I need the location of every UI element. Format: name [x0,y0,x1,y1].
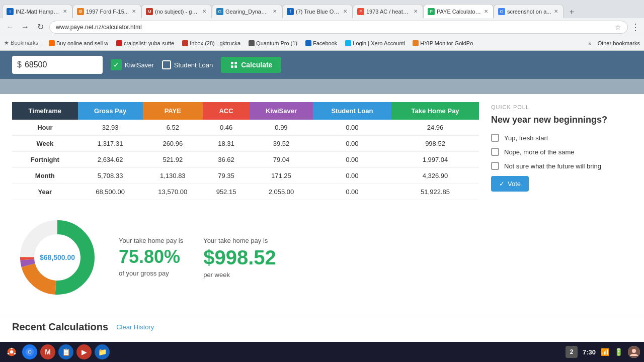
svg-point-12 [14,353,16,354]
poll-option-3[interactable]: Not sure what the future will bring [491,162,632,170]
tab-label-gmail: (no subject) - gk... [155,9,199,15]
new-tab-button[interactable]: + [566,6,578,18]
clear-history-link[interactable]: Clear History [116,323,154,331]
taskbar-folder-icon[interactable]: 📁 [95,344,110,359]
tab-label-gearing: Gearing_Dynami... [225,9,270,15]
tab-close-1973ac[interactable]: ✕ [413,9,419,14]
poll-option-1[interactable]: Yup, fresh start [491,134,632,142]
other-bookmarks-button[interactable]: Other bookmarks [598,40,640,46]
bookmark-xero[interactable]: Login | Xero Accounti [342,39,408,47]
back-button[interactable]: ← [4,21,16,33]
cell-grosspay: 5,708.33 [78,168,143,184]
files-icon: 📋 [62,348,70,356]
table-row: Year 68,500.00 13,570.00 952.15 2,055.00… [12,184,479,200]
bookmark-facebook[interactable]: Facebook [302,39,340,47]
poll-checkbox-3[interactable] [491,162,499,170]
cell-paye: 13,570.00 [143,184,203,200]
recent-header: Recent Calculations Clear History [12,321,632,333]
take-home-label-2: Your take home pay is [203,237,276,244]
taskbar-os-icon[interactable] [4,344,19,359]
results-table: Timeframe Gross Pay PAYE ACC KiwiSaver S… [12,102,479,200]
tab-paye[interactable]: P PAYE Calculator... ✕ [423,4,494,18]
donut-center-label: $68,500.00 [40,253,75,261]
tab-favicon-inz: I [7,8,14,15]
student-loan-label: Student Loan [174,61,213,69]
svg-rect-2 [231,65,233,68]
bookmark-hyip[interactable]: HYIP Monitor GoldPo [410,39,475,47]
bookmark-icon-hyip [413,40,419,46]
student-loan-toggle[interactable]: Student Loan [162,60,213,69]
bookmark-buy-online[interactable]: Buy online and sell w [46,39,111,47]
reload-button[interactable]: ↻ [34,21,46,33]
kiwisaver-toggle[interactable]: ✓ KiwiSaver [111,59,154,70]
tab-label-ford: 1997 Ford F-15... [86,9,129,15]
cell-grosspay: 2,634.62 [78,152,143,168]
calculator-header: $ ✓ KiwiSaver Student Loan Calculate [0,51,644,79]
svg-point-11 [11,348,12,349]
poll-option-2[interactable]: Nope, more of the same [491,148,632,156]
bookmark-inbox[interactable]: Inbox (28) - gktrucka [179,39,244,47]
network-icon: 📶 [601,348,609,356]
menu-button[interactable]: ⋮ [631,22,640,33]
tab-gearing[interactable]: G Gearing_Dynami... ✕ [212,4,282,18]
cell-takehome: 1,997.04 [391,152,479,168]
tab-close-gmail[interactable]: ✕ [201,9,207,14]
taskbar-files-icon[interactable]: 📋 [58,344,73,359]
tab-screenshot[interactable]: G screenshot on a... ✕ [494,4,564,18]
tab-close-screenshot[interactable]: ✕ [553,9,559,14]
cell-takehome: 51,922.85 [391,184,479,200]
battery-icon: 🔋 [614,348,623,356]
tab-gmail[interactable]: M (no subject) - gk... ✕ [141,4,212,18]
recent-title: Recent Calculations [12,321,108,333]
col-header-acc: ACC [203,102,250,120]
bookmark-icon-craigslist [116,40,122,46]
poll-checkbox-2[interactable] [491,148,499,156]
folder-icon: 📁 [98,348,107,356]
taskbar-right: 2 7:30 📶 🔋 [566,346,640,358]
forward-button[interactable]: → [19,21,31,33]
bookmark-label-buy: Buy online and sell w [56,40,108,46]
cell-studentloan: 0.00 [313,168,391,184]
navigation-bar: ← → ↻ www.paye.net.nz/calculator.html ☆ … [0,18,644,36]
taskbar-chrome-icon[interactable] [22,344,37,359]
svg-point-18 [632,349,636,353]
cell-takehome: 998.52 [391,136,479,152]
cell-takehome: 4,326.90 [391,168,479,184]
bookmark-craigslist[interactable]: craigslist: yuba-sutte [113,39,177,47]
bookmark-star-icon[interactable]: ☆ [615,23,621,31]
tab-close-inz[interactable]: ✕ [62,9,68,14]
tab-favicon-1973ac: F [357,8,364,15]
cell-timeframe: Month [12,168,78,184]
tab-close-gearing[interactable]: ✕ [272,9,278,14]
svg-point-16 [29,351,31,353]
tab-inz[interactable]: I INZ-Matt Hamps... ✕ [2,4,72,18]
salary-input-wrapper: $ [12,56,103,74]
bookmarks-more-button[interactable]: » [587,39,594,47]
left-section: Timeframe Gross Pay PAYE ACC KiwiSaver S… [12,102,479,303]
taskbar-youtube-icon[interactable]: ▶ [76,344,92,359]
tab-favicon-gmail: M [146,8,153,15]
calculate-button[interactable]: Calculate [221,57,281,73]
tab-close-paye[interactable]: ✕ [483,9,489,14]
vote-button[interactable]: ✓ Vote [491,176,529,192]
taskbar-gmail-icon[interactable]: M [40,344,55,359]
avatar [628,346,640,358]
bookmark-label-craigslist: craigslist: yuba-sutte [124,40,174,46]
col-header-timeframe: Timeframe [12,102,78,120]
col-header-kiwisaver: KiwiSaver [250,102,313,120]
tab-trueblue[interactable]: f (7) True Blue Ov... ✕ [282,4,353,18]
tab-1973ac[interactable]: F 1973 AC / heate... ✕ [353,4,423,18]
url-bar[interactable]: www.paye.net.nz/calculator.html ☆ [49,21,628,34]
tab-favicon-paye: P [428,8,435,15]
table-row: Hour 32.93 6.52 0.46 0.99 0.00 24.96 [12,120,479,136]
bookmark-quantum[interactable]: Quantum Pro (1) [246,39,300,47]
tab-close-ford[interactable]: ✕ [131,9,137,14]
col-header-grosspay: Gross Pay [78,102,143,120]
salary-input[interactable] [25,60,85,69]
bookmark-icon-quantum [249,40,255,46]
dollar-sign-icon: $ [17,60,22,69]
tab-ford[interactable]: ⚙ 1997 Ford F-15... ✕ [72,4,141,18]
poll-option-label-3: Not sure what the future will bring [504,162,601,170]
tab-close-trueblue[interactable]: ✕ [342,9,348,14]
poll-checkbox-1[interactable] [491,134,499,142]
